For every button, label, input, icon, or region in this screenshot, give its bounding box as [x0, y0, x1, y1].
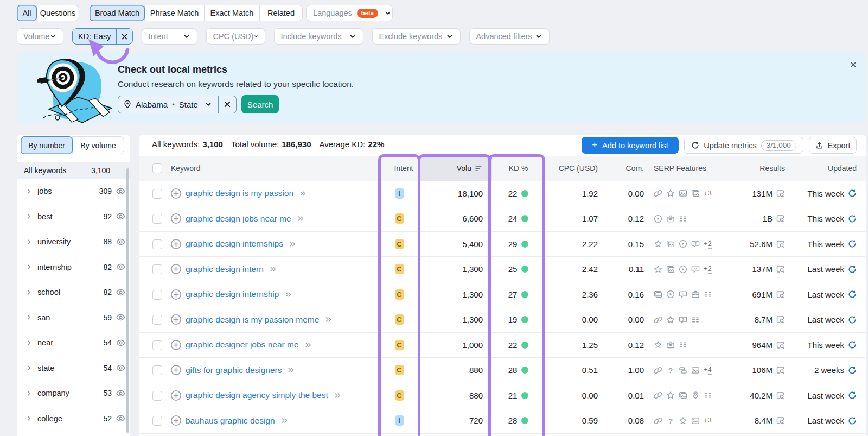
sort-descending-icon[interactable] — [475, 165, 483, 173]
sidebar-keyword-group[interactable]: jobs 309 — [17, 179, 130, 204]
keyword-link[interactable]: graphic design intern — [186, 264, 264, 274]
serp-features-column-header[interactable]: SERP Features — [649, 156, 727, 181]
eye-icon[interactable] — [116, 211, 126, 222]
eye-icon[interactable] — [116, 287, 126, 298]
refresh-metrics-icon[interactable] — [848, 239, 857, 248]
languages-dropdown[interactable]: Languages beta — [306, 5, 393, 21]
refresh-metrics-icon[interactable] — [848, 391, 857, 400]
cpc-filter[interactable]: CPC (USD) — [206, 28, 265, 45]
keyword-link[interactable]: gifts for graphic designers — [186, 365, 282, 375]
serp-preview-icon[interactable] — [776, 239, 785, 249]
eye-icon[interactable] — [116, 312, 126, 323]
expand-keyword-icon[interactable] — [170, 213, 182, 224]
eye-icon[interactable] — [116, 338, 126, 348]
open-keyword-icon[interactable] — [280, 416, 289, 425]
intent-filter[interactable]: Intent — [142, 28, 197, 45]
open-keyword-icon[interactable] — [297, 214, 305, 223]
keyword-link[interactable]: graphic design is my passion — [186, 188, 293, 198]
sidebar-keyword-group[interactable]: college 52 — [17, 406, 130, 432]
chevron-right-icon[interactable] — [25, 389, 33, 397]
chevron-right-icon[interactable] — [25, 263, 33, 271]
open-keyword-icon[interactable] — [289, 240, 297, 248]
row-checkbox[interactable] — [152, 416, 162, 426]
row-checkbox[interactable] — [152, 365, 162, 375]
serp-preview-icon[interactable] — [776, 315, 785, 324]
chevron-right-icon[interactable] — [25, 364, 33, 372]
chevron-right-icon[interactable] — [25, 339, 33, 347]
tab-all[interactable]: All — [17, 5, 37, 21]
expand-keyword-icon[interactable] — [170, 263, 182, 275]
row-checkbox[interactable] — [152, 340, 162, 350]
serp-more-features[interactable]: +2 — [704, 264, 712, 274]
cpc-column-header[interactable]: CPC (USD) — [545, 156, 603, 181]
eye-icon[interactable] — [116, 186, 126, 197]
tab-broad-match[interactable]: Broad Match — [90, 5, 145, 21]
updated-column-header[interactable]: Updated — [788, 156, 866, 181]
sidebar-keyword-group[interactable]: state 54 — [17, 356, 130, 381]
search-button[interactable]: Search — [241, 95, 279, 113]
expand-keyword-icon[interactable] — [170, 188, 182, 199]
serp-more-features[interactable]: +2 — [704, 239, 712, 249]
banner-close-icon[interactable] — [850, 61, 857, 68]
serp-preview-icon[interactable] — [776, 264, 785, 274]
keyword-link[interactable]: graphic design internship — [186, 289, 279, 299]
sidebar-keyword-group[interactable]: san 59 — [17, 305, 130, 331]
sidebar-all-keywords-row[interactable]: All keywords 3,100 — [17, 162, 130, 179]
expand-keyword-icon[interactable] — [170, 238, 182, 250]
sidebar-keyword-group[interactable]: university 88 — [17, 229, 130, 255]
serp-preview-icon[interactable] — [776, 189, 785, 198]
intent-column-header[interactable]: Intent — [379, 156, 420, 181]
refresh-metrics-icon[interactable] — [848, 340, 857, 349]
serp-more-features[interactable]: +3 — [704, 189, 712, 198]
expand-keyword-icon[interactable] — [170, 314, 182, 325]
update-metrics-button[interactable]: Update metrics 3/1,000 — [684, 137, 803, 154]
expand-keyword-icon[interactable] — [170, 415, 182, 426]
open-keyword-icon[interactable] — [287, 366, 295, 374]
chevron-right-icon[interactable] — [25, 288, 33, 296]
serp-preview-icon[interactable] — [776, 391, 785, 400]
exclude-keywords-filter[interactable]: Exclude keywords — [372, 28, 461, 45]
row-checkbox[interactable] — [152, 391, 162, 401]
tab-exact-match[interactable]: Exact Match — [204, 5, 260, 21]
add-to-keyword-list-button[interactable]: + Add to keyword list — [582, 137, 679, 154]
open-keyword-icon[interactable] — [299, 189, 307, 198]
open-keyword-icon[interactable] — [334, 391, 342, 400]
sidebar-scrollbar[interactable] — [126, 168, 129, 433]
serp-preview-icon[interactable] — [776, 214, 785, 223]
row-checkbox[interactable] — [152, 315, 162, 325]
include-keywords-filter[interactable]: Include keywords — [274, 28, 363, 45]
volume-filter[interactable]: Volume — [17, 28, 63, 45]
refresh-metrics-icon[interactable] — [848, 315, 857, 324]
sidebar-keyword-group[interactable]: company 53 — [17, 381, 130, 406]
open-keyword-icon[interactable] — [304, 341, 312, 349]
row-checkbox[interactable] — [152, 239, 162, 249]
refresh-metrics-icon[interactable] — [848, 290, 857, 299]
chevron-right-icon[interactable] — [25, 238, 33, 246]
keyword-link[interactable]: graphic design agency simply the best — [186, 390, 328, 400]
keyword-link[interactable]: graphic design is my passion meme — [186, 315, 319, 325]
chevron-right-icon[interactable] — [25, 187, 33, 195]
sort-by-volume-tab[interactable]: By volume — [72, 136, 124, 154]
sidebar-keyword-group[interactable]: school 82 — [17, 280, 130, 305]
sidebar-keyword-group[interactable]: best 92 — [17, 204, 130, 230]
sort-by-number-tab[interactable]: By number — [21, 136, 73, 154]
sidebar-keyword-group[interactable]: near 54 — [17, 330, 130, 356]
refresh-metrics-icon[interactable] — [848, 416, 857, 425]
keyword-link[interactable]: bauhaus graphic design — [186, 416, 275, 426]
serp-preview-icon[interactable] — [776, 416, 785, 425]
keyword-link[interactable]: graphic designer jobs near me — [186, 340, 299, 350]
refresh-metrics-icon[interactable] — [848, 366, 857, 375]
chevron-right-icon[interactable] — [25, 212, 33, 220]
open-keyword-icon[interactable] — [324, 315, 333, 324]
export-button[interactable]: Export — [809, 137, 857, 154]
keyword-link[interactable]: graphic design internships — [186, 239, 283, 249]
row-checkbox[interactable] — [152, 214, 162, 224]
serp-preview-icon[interactable] — [776, 340, 785, 350]
serp-more-features[interactable]: +3 — [704, 416, 712, 425]
location-clear-button[interactable] — [218, 96, 236, 113]
refresh-metrics-icon[interactable] — [848, 189, 857, 198]
expand-keyword-icon[interactable] — [170, 390, 182, 401]
refresh-metrics-icon[interactable] — [848, 214, 857, 223]
row-checkbox[interactable] — [152, 189, 162, 199]
serp-more-features[interactable]: +4 — [704, 365, 712, 375]
